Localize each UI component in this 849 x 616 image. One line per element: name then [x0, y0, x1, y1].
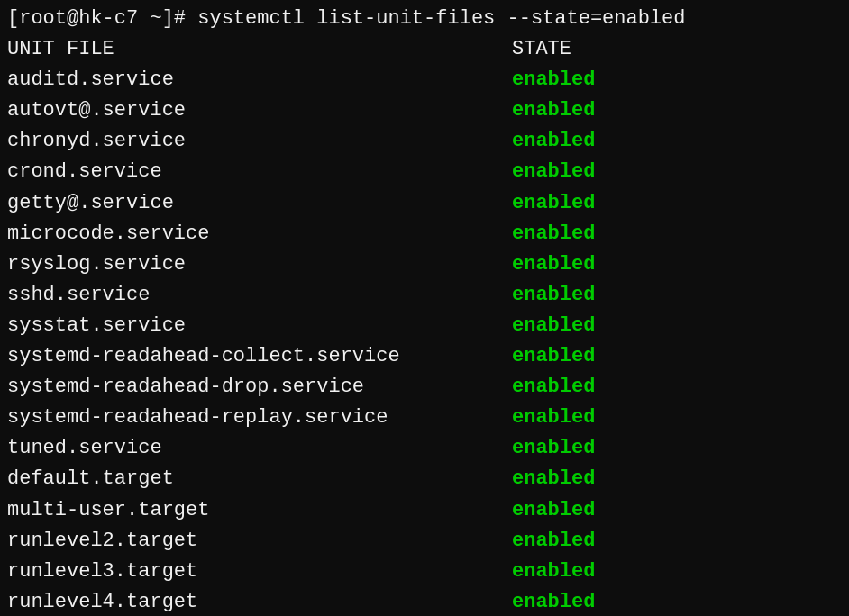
table-row: multi-user.targetenabled — [7, 495, 842, 526]
state-value: enabled — [512, 280, 595, 311]
state-value: enabled — [512, 95, 595, 126]
unit-name: getty@.service — [7, 188, 512, 219]
table-row: runlevel3.targetenabled — [7, 557, 842, 587]
state-value: enabled — [512, 495, 595, 526]
state-value: enabled — [512, 403, 595, 433]
unit-name: crond.service — [7, 157, 512, 187]
state-value: enabled — [512, 557, 595, 587]
table-row: rsyslog.serviceenabled — [7, 249, 842, 280]
table-row: chronyd.serviceenabled — [7, 126, 842, 157]
unit-name: auditd.service — [7, 65, 512, 95]
unit-name: sshd.service — [7, 280, 512, 311]
table-row: crond.serviceenabled — [7, 157, 842, 187]
unit-name: rsyslog.service — [7, 249, 512, 280]
state-value: enabled — [512, 65, 595, 95]
state-value: enabled — [512, 587, 595, 616]
state-value: enabled — [512, 526, 595, 557]
table-body: auditd.serviceenabledautovt@.serviceenab… — [7, 65, 842, 616]
unit-file-header: UNIT FILE — [7, 34, 512, 65]
table-row: sysstat.serviceenabled — [7, 311, 842, 341]
unit-name: sysstat.service — [7, 311, 512, 341]
table-row: getty@.serviceenabled — [7, 188, 842, 219]
table-row: tuned.serviceenabled — [7, 433, 842, 464]
command-line: [root@hk-c7 ~]# systemctl list-unit-file… — [7, 4, 842, 34]
state-value: enabled — [512, 249, 595, 280]
table-row: auditd.serviceenabled — [7, 65, 842, 95]
state-value: enabled — [512, 372, 595, 403]
table-row: runlevel4.targetenabled — [7, 587, 842, 616]
table-row: systemd-readahead-replay.serviceenabled — [7, 403, 842, 433]
table-row: microcode.serviceenabled — [7, 219, 842, 249]
state-value: enabled — [512, 341, 595, 372]
table-row: sshd.serviceenabled — [7, 280, 842, 311]
unit-name: systemd-readahead-collect.service — [7, 341, 512, 372]
state-value: enabled — [512, 219, 595, 249]
unit-name: default.target — [7, 464, 512, 494]
unit-name: runlevel2.target — [7, 526, 512, 557]
state-value: enabled — [512, 126, 595, 157]
table-row: systemd-readahead-drop.serviceenabled — [7, 372, 842, 403]
unit-name: microcode.service — [7, 219, 512, 249]
table-row: default.targetenabled — [7, 464, 842, 494]
state-value: enabled — [512, 311, 595, 341]
state-value: enabled — [512, 157, 595, 187]
table-header: UNIT FILE STATE — [7, 34, 842, 65]
table-row: systemd-readahead-collect.serviceenabled — [7, 341, 842, 372]
unit-name: chronyd.service — [7, 126, 512, 157]
table-row: autovt@.serviceenabled — [7, 95, 842, 126]
state-header: STATE — [512, 34, 571, 65]
unit-name: multi-user.target — [7, 495, 512, 526]
state-value: enabled — [512, 188, 595, 219]
unit-name: systemd-readahead-replay.service — [7, 403, 512, 433]
terminal-window: [root@hk-c7 ~]# systemctl list-unit-file… — [7, 4, 842, 616]
unit-name: runlevel4.target — [7, 587, 512, 616]
unit-name: tuned.service — [7, 433, 512, 464]
state-value: enabled — [512, 433, 595, 464]
state-value: enabled — [512, 464, 595, 494]
unit-name: systemd-readahead-drop.service — [7, 372, 512, 403]
unit-name: runlevel3.target — [7, 557, 512, 587]
unit-name: autovt@.service — [7, 95, 512, 126]
table-row: runlevel2.targetenabled — [7, 526, 842, 557]
